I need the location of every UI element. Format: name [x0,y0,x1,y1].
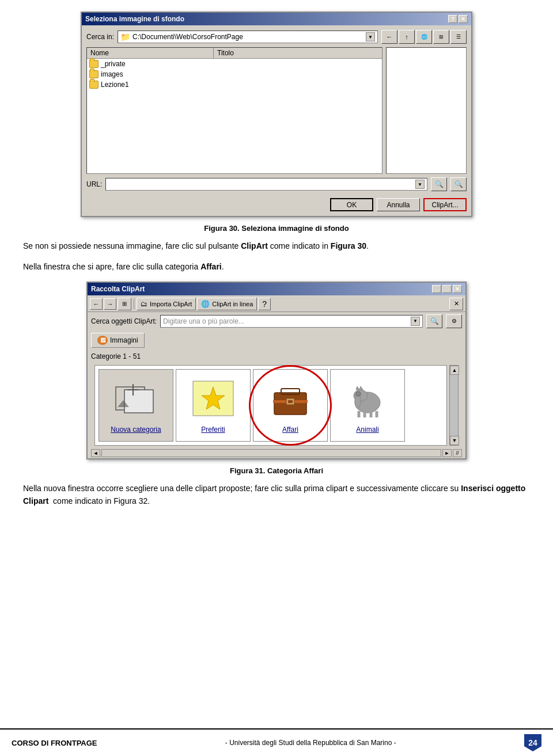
folder-icon [89,81,99,89]
cerca-label: Cerca in: [86,33,114,41]
importa-label: Importa ClipArt [150,301,192,307]
online-button[interactable]: 🌐 ClipArt in linea [197,298,257,310]
grid-view-button[interactable]: ⊞ [433,30,449,44]
body-text-2: Nella finestra che si apre, fare clic su… [23,260,530,273]
preferiti-image [184,374,242,423]
footer-course: CORSO DI FRONTPAGE [12,739,97,747]
maximize-button[interactable]: □ [442,285,452,293]
dialog1-title: Seleziona immagine di sfondo [85,15,184,23]
close-button[interactable]: ✕ [459,15,468,23]
path-dropdown-arrow[interactable]: ▼ [366,32,375,41]
svg-rect-11 [288,400,293,403]
folder-small-icon: 📁 [120,32,130,41]
clipart-dialog: Raccolta ClipArt _ □ ✕ ← → ⊞ 🗂 Importa C… [86,282,467,459]
scroll-up-button[interactable]: ▲ [450,366,459,375]
immagini-tab-icon: 🖼 [97,336,108,345]
immagini-tab[interactable]: 🖼 Immagini [91,333,145,348]
scroll-track [450,375,458,436]
search-input-clipart[interactable]: Digitare una o più parole... ▼ [160,315,423,328]
clipart-item-preferiti[interactable]: Preferiti [176,369,251,442]
file-name-private: _private [101,60,126,68]
online-label: ClipArt in linea [212,301,253,307]
figure2-caption: Figura 31. Categoria Affari [23,466,530,475]
path-value: C:\Documenti\Web\CorsoFrontPage [132,33,243,41]
footer: CORSO DI FRONTPAGE - Università degli St… [0,728,553,756]
animali-label: Animali [356,426,378,434]
cerca-clipart-label: Cerca oggetti ClipArt: [91,317,157,325]
web-button[interactable]: 🌐 [416,30,432,44]
help-clipart-button[interactable]: ? [258,298,271,310]
back-nav-button[interactable]: ← [90,298,103,310]
importa-button[interactable]: 🗂 Importa ClipArt [137,298,196,310]
immagini-label: Immagini [110,336,138,344]
footer-university: - Università degli Studi della Repubblic… [97,739,524,747]
forward-nav-button[interactable]: → [104,298,116,310]
search-row: Cerca oggetti ClipArt: Digitare una o pi… [88,312,465,330]
clipart-item-animali[interactable]: Animali [330,369,405,442]
col-nome: Nome [87,48,214,58]
nuova-categoria-image [107,374,165,423]
svg-rect-7 [274,393,306,415]
up-button[interactable]: ↑ [399,30,415,44]
file-list: Nome Titolo _private images [86,47,382,174]
scroll-left-button[interactable]: ◄ [91,449,100,457]
categories-count: Categorie 1 - 51 [88,350,465,363]
svg-marker-21 [359,386,363,390]
toolbar-separator [134,299,134,309]
dialog1-window-controls: ? ✕ [448,15,468,23]
svg-rect-8 [281,389,300,394]
minimize-button[interactable]: _ [432,285,441,293]
affari-label: Affari [282,426,298,434]
search-options-button[interactable]: ⚙ [446,314,462,328]
file-name-lezione1: Lezione1 [101,81,129,89]
figure1-caption: Figura 30. Seleziona immagine di sfondo [23,224,530,233]
url-input[interactable]: ▼ [105,178,427,191]
svg-point-19 [356,392,361,396]
dialog2-titlebar: Raccolta ClipArt _ □ ✕ [88,283,465,295]
grid-icon-button[interactable]: ⊞ [118,298,131,310]
clipart-toolbar: ← → ⊞ 🗂 Importa ClipArt 🌐 ClipArt in lin… [88,295,465,312]
body-text-1: Se non si possiede nessuna immagine, far… [23,240,530,252]
dialog1-titlebar: Seleziona immagine di sfondo ? ✕ [82,13,471,25]
file-name-images: images [101,70,123,78]
animali-image [339,374,396,423]
list-item[interactable]: images [87,69,382,79]
help-button[interactable]: ? [448,15,457,23]
dialog2-window-controls: _ □ ✕ [432,285,462,293]
list-item[interactable]: _private [87,59,382,69]
preferiti-label: Preferiti [201,426,225,434]
back-button[interactable]: ← [381,30,397,44]
dialog2-title: Raccolta ClipArt [91,285,145,293]
path-dropdown[interactable]: 📁 C:\Documenti\Web\CorsoFrontPage ▼ [118,31,378,43]
url-dropdown-arrow[interactable]: ▼ [415,180,425,189]
svg-rect-9 [273,400,308,403]
list-item[interactable]: Lezione1 [87,79,382,90]
search-placeholder: Digitare una o più parole... [163,317,244,325]
clipart-grid: Nuova categoria Preferiti [94,365,447,446]
clipart-item-nuova[interactable]: Nuova categoria [99,369,173,442]
annulla-button[interactable]: Annulla [377,198,420,211]
clipart-item-affari[interactable]: Affari [253,369,328,442]
svg-rect-10 [286,398,294,405]
clipart-button[interactable]: ClipArt... [423,198,467,211]
ok-button[interactable]: OK [330,198,373,211]
affari-image [262,374,319,423]
preview-area [386,47,467,174]
browse-button[interactable]: 🔍 [431,177,447,191]
close-button2[interactable]: ✕ [453,285,462,293]
svg-rect-1 [124,390,153,413]
scroll-right-button[interactable]: ► [442,449,452,457]
svg-marker-20 [356,386,359,390]
search-go-button[interactable]: 🔍 [426,314,442,328]
scroll-down-button[interactable]: ▼ [450,436,459,445]
list-view-button[interactable]: ☰ [450,30,467,44]
preview-button[interactable]: 🔍 [450,177,467,191]
page-number: 24 [524,734,541,751]
url-label: URL: [86,180,102,188]
body-text-3: Nella nuova finestra occorre scegliere u… [23,482,530,508]
file-dialog: Seleziona immagine di sfondo ? ✕ Cerca i… [81,12,472,217]
close-panel-button[interactable]: ✕ [449,298,463,310]
search-dropdown-arrow[interactable]: ▼ [411,317,420,326]
folder-icon [89,60,99,68]
folder-icon [89,70,99,78]
